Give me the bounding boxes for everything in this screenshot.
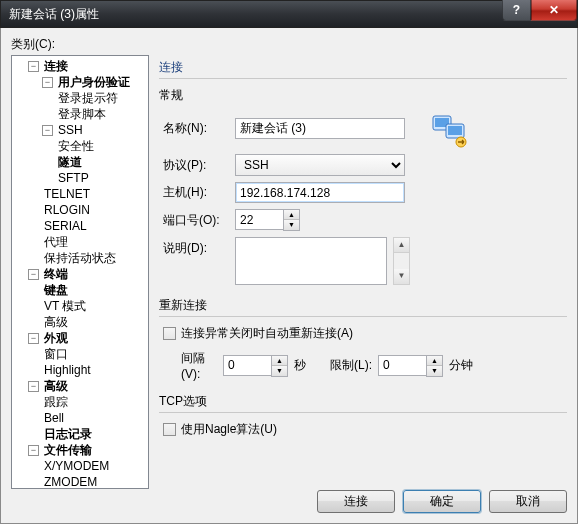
limit-input[interactable] <box>378 355 426 376</box>
expander-icon[interactable] <box>28 61 39 72</box>
name-label: 名称(N): <box>163 120 235 137</box>
tree-trace[interactable]: 跟踪 <box>42 394 70 410</box>
connect-button[interactable]: 连接 <box>317 490 395 513</box>
help-button[interactable]: ? <box>502 0 531 21</box>
spin-up-icon[interactable]: ▲ <box>427 356 442 366</box>
expander-icon[interactable] <box>42 77 53 88</box>
svg-rect-3 <box>448 126 462 135</box>
limit-spinner[interactable]: ▲▼ <box>378 355 443 377</box>
dialog-buttons: 连接 确定 取消 <box>11 480 567 513</box>
tree-keepalive[interactable]: 保持活动状态 <box>42 250 118 266</box>
panel-title: 连接 <box>159 59 567 78</box>
tree-rlogin[interactable]: RLOGIN <box>42 202 92 218</box>
category-label: 类别(C): <box>11 36 567 53</box>
divider <box>159 412 567 413</box>
group-tcp: TCP选项 使用Nagle算法(U) <box>159 393 567 438</box>
cancel-button[interactable]: 取消 <box>489 490 567 513</box>
group-reconnect-title: 重新连接 <box>159 297 567 314</box>
scrollbar[interactable]: ▲▼ <box>393 237 410 285</box>
spin-down-icon[interactable]: ▼ <box>272 366 287 376</box>
checkbox-box-icon <box>163 423 176 436</box>
expander-icon[interactable] <box>28 445 39 456</box>
group-tcp-title: TCP选项 <box>159 393 567 410</box>
titlebar: 新建会话 (3)属性 ? ✕ <box>0 0 578 28</box>
expander-icon[interactable] <box>28 381 39 392</box>
tree-vt[interactable]: VT 模式 <box>42 298 88 314</box>
port-spinner[interactable]: ▲▼ <box>235 209 300 231</box>
interval-label: 间隔(V): <box>163 350 223 381</box>
tree-keyboard[interactable]: 键盘 <box>42 282 70 298</box>
tree-window[interactable]: 窗口 <box>42 346 70 362</box>
tree-security[interactable]: 安全性 <box>56 138 96 154</box>
interval-input[interactable] <box>223 355 271 376</box>
close-icon: ✕ <box>549 3 559 17</box>
nagle-label: 使用Nagle算法(U) <box>181 421 277 438</box>
tree-ssh[interactable]: SSH <box>56 122 85 138</box>
tree-proxy[interactable]: 代理 <box>42 234 70 250</box>
expander-icon[interactable] <box>42 125 53 136</box>
tree-advanced[interactable]: 高级 <box>42 378 70 394</box>
group-general-title: 常规 <box>159 87 567 104</box>
spin-up-icon[interactable]: ▲ <box>272 356 287 366</box>
tree-login-prompt[interactable]: 登录提示符 <box>56 90 120 106</box>
tree-login-script[interactable]: 登录脚本 <box>56 106 108 122</box>
expander-icon[interactable] <box>28 333 39 344</box>
divider <box>159 316 567 317</box>
help-icon: ? <box>513 3 520 17</box>
tree-sftp[interactable]: SFTP <box>56 170 91 186</box>
nagle-checkbox[interactable]: 使用Nagle算法(U) <box>163 421 567 438</box>
tree-terminal[interactable]: 终端 <box>42 266 70 282</box>
network-icon <box>431 112 471 148</box>
port-input[interactable] <box>235 209 283 230</box>
spin-down-icon[interactable]: ▼ <box>427 366 442 376</box>
group-reconnect: 重新连接 连接异常关闭时自动重新连接(A) 间隔(V): ▲▼ <box>159 297 567 381</box>
tree-auth[interactable]: 用户身份验证 <box>56 74 132 90</box>
minutes-label: 分钟 <box>449 357 473 374</box>
seconds-label: 秒 <box>294 357 306 374</box>
tree-telnet[interactable]: TELNET <box>42 186 92 202</box>
protocol-label: 协议(P): <box>163 157 235 174</box>
name-input[interactable] <box>235 118 405 139</box>
tree-connection[interactable]: 连接 <box>42 58 70 74</box>
tree-file-transfer[interactable]: 文件传输 <box>42 442 94 458</box>
interval-spinner[interactable]: ▲▼ <box>223 355 288 377</box>
desc-label: 说明(D): <box>163 237 235 257</box>
tree-adv-term[interactable]: 高级 <box>42 314 70 330</box>
host-input[interactable] <box>235 182 405 203</box>
auto-reconnect-label: 连接异常关闭时自动重新连接(A) <box>181 325 353 342</box>
spin-up-icon[interactable]: ▲ <box>284 210 299 220</box>
tree-log[interactable]: 日志记录 <box>42 426 94 442</box>
divider <box>159 78 567 79</box>
limit-label: 限制(L): <box>330 357 372 374</box>
expander-icon[interactable] <box>28 269 39 280</box>
category-tree[interactable]: 连接 用户身份验证 登录提示符 登录脚本 SSH 安全性 <box>11 55 149 489</box>
tree-xymodem[interactable]: X/YMODEM <box>42 458 111 474</box>
tree-bell[interactable]: Bell <box>42 410 66 426</box>
auto-reconnect-checkbox[interactable]: 连接异常关闭时自动重新连接(A) <box>163 325 567 342</box>
host-label: 主机(H): <box>163 184 235 201</box>
ok-button[interactable]: 确定 <box>403 490 481 513</box>
tree-serial[interactable]: SERIAL <box>42 218 89 234</box>
desc-textarea[interactable] <box>235 237 387 285</box>
tree-appearance[interactable]: 外观 <box>42 330 70 346</box>
checkbox-box-icon <box>163 327 176 340</box>
spin-down-icon[interactable]: ▼ <box>284 220 299 230</box>
tree-highlight[interactable]: Highlight <box>42 362 93 378</box>
port-label: 端口号(O): <box>163 212 235 229</box>
window-title: 新建会话 (3)属性 <box>9 6 99 23</box>
tree-tunnel[interactable]: 隧道 <box>56 154 84 170</box>
protocol-select[interactable]: SSH <box>235 154 405 176</box>
close-button[interactable]: ✕ <box>531 0 577 21</box>
group-general: 常规 名称(N): <box>159 87 567 285</box>
